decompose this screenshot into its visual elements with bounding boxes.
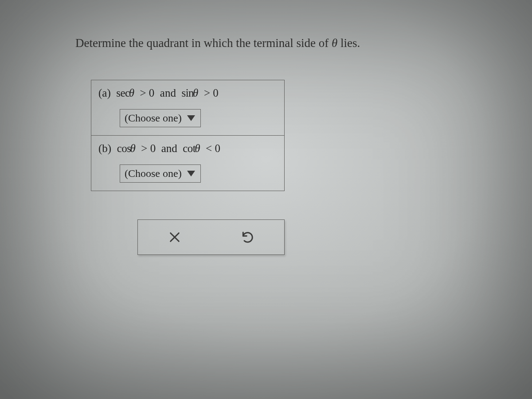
part-b-join: and [161,142,177,154]
part-a-dropdown-label: (Choose one) [125,112,182,124]
part-a-arg1: θ [129,87,134,99]
part-a-rhs1: 0 [149,87,155,99]
part-a-op2: > [204,87,210,99]
part-b-arg2: θ [195,142,200,154]
part-b-rhs2: 0 [215,142,220,154]
part-b-condition: (b) cosθ > 0 and cotθ < 0 [98,142,277,155]
part-a-join: and [160,87,176,99]
problem-box: (a) secθ > 0 and sinθ > 0 (Choose one) (… [91,80,285,191]
part-b: (b) cosθ > 0 and cotθ < 0 (Choose one) [91,135,284,191]
part-a-op1: > [140,87,146,99]
part-a-condition: (a) secθ > 0 and sinθ > 0 [98,87,277,99]
part-b-fn2: cot [183,142,196,154]
question-suffix: lies. [337,36,360,50]
undo-icon [241,230,255,244]
reset-button[interactable] [211,220,284,254]
close-icon [168,230,182,244]
part-a-fn1: sec [116,87,129,99]
question-prefix: Determine the quadrant in which the term… [75,36,332,50]
part-a-arg2: θ [193,87,198,99]
question-title: Determine the quadrant in which the term… [75,36,360,50]
part-b-arg1: θ [130,142,135,154]
part-b-rhs1: 0 [150,142,156,154]
part-a-dropdown[interactable]: (Choose one) [120,109,201,127]
part-b-fn1: cos [117,142,131,154]
action-bar [137,219,285,255]
part-a-rhs2: 0 [213,87,219,99]
part-a-label: (a) [98,87,111,99]
chevron-down-icon [187,171,195,176]
part-b-op1: > [141,142,147,154]
chevron-down-icon [187,115,195,121]
part-a-fn2: sin [181,87,194,99]
part-a: (a) secθ > 0 and sinθ > 0 (Choose one) [91,80,284,135]
clear-button[interactable] [138,220,211,254]
theta-symbol: θ [332,36,337,50]
part-b-op2: < [206,142,212,154]
part-b-dropdown[interactable]: (Choose one) [120,164,201,183]
part-b-dropdown-label: (Choose one) [125,168,182,180]
part-b-label: (b) [98,142,111,154]
